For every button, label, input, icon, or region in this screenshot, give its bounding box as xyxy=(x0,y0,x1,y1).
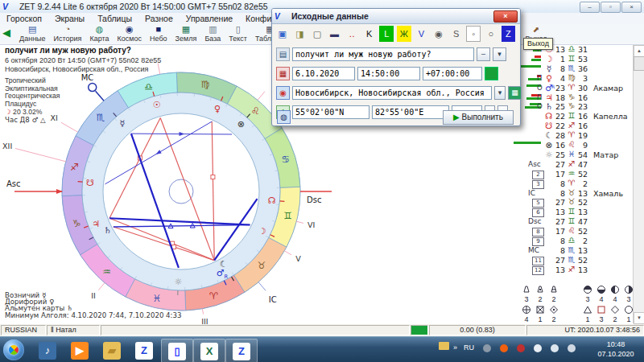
l-icon[interactable]: L xyxy=(379,26,394,42)
back-arrow-icon[interactable]: ◀ xyxy=(0,24,13,39)
circle-dot-icon[interactable]: ◉ xyxy=(431,26,446,42)
fixed-star-name: Хамаль xyxy=(593,189,623,198)
zet-window-icon[interactable]: Z xyxy=(225,339,258,362)
snapshot-icon[interactable]: ◨ xyxy=(293,26,308,42)
toolbar-button-История[interactable]: ◔История xyxy=(50,24,86,43)
copy-icon[interactable]: ▣ xyxy=(275,26,290,42)
toolbar-button-Текст[interactable]: ▯Текст xyxy=(225,24,251,43)
latitude-input[interactable] xyxy=(292,105,369,119)
stat-value: 4 xyxy=(610,295,620,303)
dialog-toolbar: ▣◨▢▬‥KLЖV◉Ѕ◦○Z xyxy=(275,26,515,43)
tray-language-indicator[interactable]: RU xyxy=(464,343,474,352)
status-language: RUSSIAN xyxy=(1,325,46,335)
start-button[interactable] xyxy=(3,339,24,360)
cosmos-icon: ◉ xyxy=(118,24,142,35)
tray-expand-icon[interactable]: » xyxy=(453,343,457,352)
wheel-planet-mercury: ☿ xyxy=(119,118,125,129)
dots-icon[interactable]: ‥ xyxy=(345,26,359,42)
svg-text:MC: MC xyxy=(81,73,94,82)
time-input[interactable] xyxy=(357,67,420,80)
toolbar-button-Земля[interactable]: ▦Земля xyxy=(171,24,201,43)
new-icon[interactable]: ▢ xyxy=(310,26,324,42)
minute-value: 16 xyxy=(576,93,588,102)
zh-icon[interactable]: Ж xyxy=(397,26,411,42)
save-icon[interactable]: ▬ xyxy=(328,26,342,42)
dialog-title-bar[interactable]: V Исходные данные × xyxy=(272,9,520,24)
svg-text:V: V xyxy=(295,254,301,263)
minute-value: 54 xyxy=(576,150,588,159)
media-player-icon[interactable]: ▶ xyxy=(64,339,95,361)
tray-pin-icon[interactable] xyxy=(483,344,491,354)
tray-speaker-icon[interactable] xyxy=(534,344,542,354)
k-icon[interactable]: K xyxy=(362,26,377,42)
toolbar-button-Небо[interactable]: ■Небо xyxy=(146,24,171,43)
timezone-auto-button[interactable] xyxy=(485,67,498,80)
minus-button[interactable]: – xyxy=(477,47,490,61)
tray-network-icon[interactable] xyxy=(551,344,559,354)
cross-mutable-icon xyxy=(549,285,559,294)
planet-glyph-mercury: ☿ xyxy=(544,64,554,73)
question-input[interactable] xyxy=(292,47,474,61)
globe-icon: ◍ xyxy=(277,110,291,124)
degree-value: 4 xyxy=(554,74,565,83)
document-app-icon[interactable]: ▯ xyxy=(161,339,193,362)
menu-item-Разное[interactable]: Разное xyxy=(138,13,180,24)
minute-value: 36 xyxy=(576,64,588,73)
explorer-folder-icon[interactable]: ▰ xyxy=(97,339,127,361)
z-icon[interactable]: Z xyxy=(502,26,516,42)
maximize-button[interactable]: ▫ xyxy=(601,2,621,13)
tray-update-icon[interactable] xyxy=(517,344,525,354)
s-icon[interactable]: Ѕ xyxy=(449,26,464,42)
minute-value: 52 xyxy=(576,170,588,179)
tray-antivirus-icon[interactable] xyxy=(500,344,508,354)
dialog-close-icon[interactable]: × xyxy=(493,10,518,23)
toolbar-button-Космос[interactable]: ◉Космос xyxy=(114,24,146,43)
svg-text:♏: ♏ xyxy=(97,112,105,123)
atlas-button[interactable]: ▦ xyxy=(508,86,522,100)
hemi-top-icon xyxy=(583,285,592,294)
toolbar-button-Карта[interactable]: ◍Карта xyxy=(85,24,113,43)
taskbar-clock[interactable]: 10:4807.10.2020 xyxy=(591,339,641,359)
menu-item-Экраны[interactable]: Экраны xyxy=(48,13,91,24)
execute-button[interactable]: ▶ Выполнить xyxy=(443,110,514,125)
minimize-button[interactable]: – xyxy=(580,2,600,13)
close-button[interactable]: × xyxy=(621,2,642,13)
volume-app-icon[interactable]: ♪ xyxy=(32,339,63,361)
toolbar-button-Данные[interactable]: ▤Данные xyxy=(15,24,50,43)
planet-glyph-selena: ☼ xyxy=(544,150,554,159)
minute-value: 23 xyxy=(576,102,588,111)
angle-label: MC xyxy=(528,246,544,254)
radio-small-icon[interactable]: ◦ xyxy=(466,26,481,42)
place-input[interactable] xyxy=(292,86,492,100)
house-number: 12 xyxy=(532,266,544,275)
house-number: 3 xyxy=(532,180,544,189)
house-row-12: 1213♐13 xyxy=(518,265,633,275)
minute-value: 52 xyxy=(576,227,588,236)
menu-item-Таблицы[interactable]: Таблицы xyxy=(91,13,138,24)
map-icon: ◍ xyxy=(89,24,109,35)
longitude-input[interactable] xyxy=(372,105,449,119)
radio-large-icon[interactable]: ○ xyxy=(484,26,498,42)
toolbar-button-База[interactable]: ▥База xyxy=(200,24,225,43)
excel-app-icon[interactable]: X xyxy=(193,339,225,362)
stat-value: 2 xyxy=(549,295,559,303)
panel-scrollbar[interactable]: ▲ ▼ xyxy=(633,45,644,323)
menu-item-Гороскоп[interactable]: Гороскоп xyxy=(0,13,48,24)
toolbar-button-label: База xyxy=(204,35,221,43)
place-dropdown-icon[interactable]: ▾ xyxy=(494,86,506,100)
menu-item-Управление[interactable]: Управление xyxy=(180,13,239,24)
timezone-input[interactable] xyxy=(423,67,482,80)
scroll-down-icon[interactable]: ▼ xyxy=(634,312,644,324)
minute-value: 47 xyxy=(576,160,588,169)
tray-folder-icon[interactable] xyxy=(439,342,449,352)
tray-power-icon[interactable] xyxy=(568,344,576,354)
scroll-up-icon[interactable]: ▲ xyxy=(634,45,644,57)
text-icon: ▯ xyxy=(229,24,247,35)
degree-value: 8 xyxy=(554,246,565,255)
stat-value: 2 xyxy=(610,315,620,323)
zet-app-icon[interactable]: Z xyxy=(129,339,159,361)
event-dropdown-icon[interactable]: ▾ xyxy=(493,47,506,61)
zet-v-icon[interactable]: V xyxy=(415,26,429,42)
scroll-thumb[interactable] xyxy=(634,56,644,71)
date-input[interactable] xyxy=(292,67,355,80)
